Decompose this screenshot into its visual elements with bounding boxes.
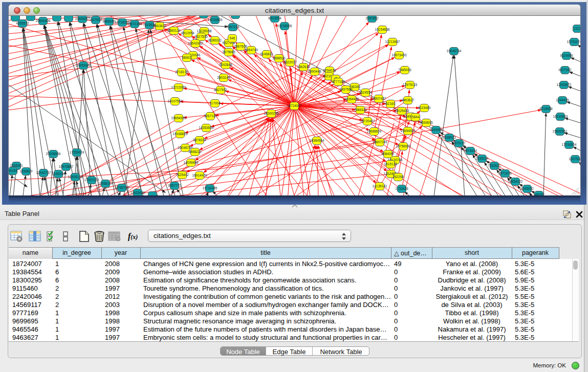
svg-text:6794028: 6794028 (323, 69, 336, 72)
svg-text:9146821: 9146821 (260, 52, 273, 56)
svg-text:2935114: 2935114 (476, 157, 489, 160)
svg-text:10756923: 10756923 (396, 144, 411, 148)
svg-text:10025433: 10025433 (395, 109, 409, 113)
svg-text:17957223: 17957223 (84, 178, 99, 182)
svg-text:2718176: 2718176 (175, 70, 188, 74)
svg-text:7663822: 7663822 (153, 24, 166, 28)
svg-text:9474444: 9474444 (464, 149, 477, 152)
svg-text:16914479: 16914479 (192, 173, 207, 177)
svg-text:8215958: 8215958 (539, 107, 553, 111)
svg-text:9329966: 9329966 (560, 54, 573, 57)
svg-text:9084067: 9084067 (381, 152, 395, 156)
svg-text:6497568: 6497568 (339, 87, 353, 91)
svg-text:10958107: 10958107 (98, 182, 113, 185)
svg-text:9777169: 9777169 (332, 80, 345, 83)
svg-text:1156829: 1156829 (20, 169, 33, 173)
svg-text:13654923: 13654923 (401, 129, 416, 133)
svg-text:20053346: 20053346 (76, 63, 91, 67)
svg-text:18724007: 18724007 (287, 104, 302, 107)
svg-text:546: 546 (230, 36, 235, 40)
svg-text:8938923: 8938923 (443, 136, 456, 139)
svg-text:8813054: 8813054 (268, 16, 281, 20)
svg-text:16033809: 16033809 (208, 18, 223, 21)
svg-text:10107553: 10107553 (168, 99, 183, 103)
svg-text:7625402: 7625402 (176, 173, 189, 177)
svg-text:17016504: 17016504 (562, 143, 577, 146)
svg-text:1145194: 1145194 (52, 172, 65, 176)
svg-text:1112: 1112 (574, 27, 580, 30)
svg-text:20364436: 20364436 (344, 97, 359, 101)
svg-text:14353594: 14353594 (199, 126, 214, 129)
svg-text:1167534: 1167534 (569, 157, 580, 161)
svg-text:13226058: 13226058 (197, 29, 212, 33)
svg-text:10648784: 10648784 (447, 49, 462, 53)
svg-text:15720407: 15720407 (360, 119, 375, 123)
svg-text:1615132: 1615132 (384, 162, 397, 166)
svg-text:11923446: 11923446 (130, 191, 145, 194)
svg-text:1244415: 1244415 (556, 98, 569, 102)
svg-text:8471676: 8471676 (498, 171, 512, 175)
svg-text:10688609: 10688609 (367, 129, 382, 133)
svg-text:12975115: 12975115 (403, 83, 418, 86)
svg-text:12505135: 12505135 (68, 175, 83, 179)
svg-text:1640954: 1640954 (429, 128, 443, 132)
svg-text:8660124: 8660124 (167, 29, 181, 32)
svg-text:1527602: 1527602 (89, 18, 102, 21)
svg-text:9242848: 9242848 (219, 63, 232, 67)
svg-text:15692951: 15692951 (553, 129, 568, 133)
svg-text:5498222: 5498222 (188, 150, 202, 154)
svg-text:15716485: 15716485 (203, 186, 217, 190)
svg-text:10653267: 10653267 (75, 17, 90, 20)
svg-text:117004: 117004 (209, 101, 221, 105)
svg-text:62160: 62160 (386, 102, 395, 105)
svg-text:7957224: 7957224 (226, 25, 239, 29)
svg-text:12093872: 12093872 (557, 83, 572, 86)
svg-text:16671355: 16671355 (127, 22, 142, 26)
svg-text:9115460: 9115460 (418, 106, 431, 110)
svg-text:3624554: 3624554 (359, 91, 372, 94)
svg-text:7986322: 7986322 (354, 108, 367, 112)
svg-text:10654122: 10654122 (508, 180, 523, 183)
svg-text:8186323: 8186323 (208, 38, 222, 42)
svg-text:39154: 39154 (9, 169, 17, 172)
svg-text:2803144: 2803144 (217, 76, 230, 79)
svg-text:16782759: 16782759 (115, 186, 129, 189)
svg-text:15751074: 15751074 (567, 40, 580, 43)
svg-text:19654925: 19654925 (171, 116, 186, 120)
svg-text:10807487: 10807487 (372, 97, 386, 100)
svg-text:2867608: 2867608 (234, 45, 247, 48)
svg-text:20206556: 20206556 (46, 152, 61, 156)
svg-text:3878334: 3878334 (193, 138, 206, 142)
svg-text:7632621: 7632621 (488, 164, 501, 167)
svg-text:18807249: 18807249 (373, 140, 387, 144)
svg-text:8322037: 8322037 (284, 60, 297, 64)
svg-text:16154838: 16154838 (375, 28, 390, 31)
svg-text:98901: 98901 (182, 56, 191, 59)
svg-text:1588520: 1588520 (272, 56, 286, 60)
svg-text:6379197: 6379197 (452, 141, 466, 145)
svg-text:19218506: 19218506 (277, 24, 292, 28)
svg-text:2087652: 2087652 (365, 16, 379, 20)
svg-text:1362615: 1362615 (297, 65, 310, 69)
svg-text:10975867: 10975867 (59, 165, 74, 168)
svg-text:9463627: 9463627 (401, 98, 415, 102)
svg-text:10046756: 10046756 (178, 146, 193, 149)
svg-text:16543362: 16543362 (188, 41, 203, 45)
svg-text:8427552: 8427552 (214, 88, 227, 92)
svg-text:252254: 252254 (393, 175, 404, 179)
svg-text:6466160: 6466160 (102, 19, 116, 23)
svg-text:12213967: 12213967 (385, 40, 400, 43)
svg-text:17359924: 17359924 (70, 150, 84, 154)
svg-text:8912954: 8912954 (181, 31, 194, 35)
svg-text:10973493: 10973493 (392, 53, 407, 57)
svg-text:9327505: 9327505 (194, 35, 208, 38)
svg-text:9245052: 9245052 (520, 187, 534, 190)
svg-text:12942737: 12942737 (36, 171, 51, 174)
svg-text:20691406: 20691406 (36, 19, 51, 23)
svg-text:18300295: 18300295 (264, 112, 279, 115)
svg-text:8454749: 8454749 (245, 48, 258, 52)
svg-text:5844: 5844 (412, 115, 420, 119)
svg-text:8990448: 8990448 (308, 70, 321, 73)
svg-text:12213369: 12213369 (171, 85, 186, 89)
svg-text:1733426: 1733426 (395, 187, 408, 190)
